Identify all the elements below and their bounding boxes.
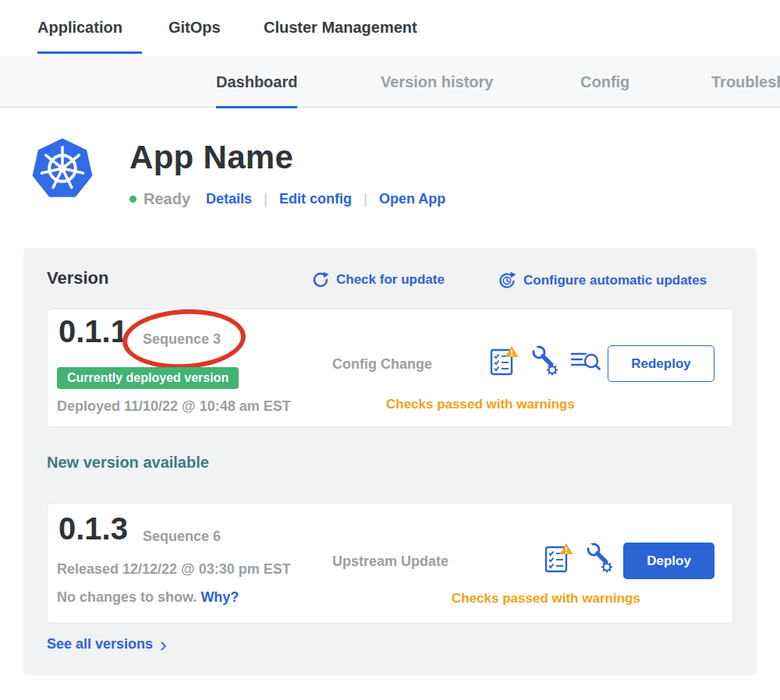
status-dot-icon: [129, 196, 136, 203]
edit-config-link[interactable]: Edit config: [279, 191, 352, 207]
current-version-number: 0.1.1: [58, 314, 128, 349]
wrench-gear-icon[interactable]: [530, 344, 558, 378]
new-version-sequence: Sequence 6: [143, 529, 221, 545]
no-changes-label: No changes to show.: [57, 589, 197, 605]
app-status-row: Ready Details | Edit config | Open App: [129, 189, 445, 209]
tab-version-history[interactable]: Version history: [381, 56, 494, 108]
page: Application GitOps Cluster Management Da…: [0, 0, 780, 700]
change-type-label: Config Change: [332, 356, 432, 373]
separator: |: [264, 190, 268, 207]
app-nav: Dashboard Version history Config Trouble…: [0, 56, 780, 108]
version-action-icons: [489, 344, 601, 378]
no-changes-text: No changes to show. Why?: [57, 589, 239, 606]
separator: |: [363, 190, 367, 207]
chevron-right-icon: ›: [160, 638, 167, 652]
clock-refresh-icon: [498, 271, 516, 290]
configure-automatic-updates-label: Configure automatic updates: [523, 273, 707, 288]
change-type-label: Upstream Update: [332, 553, 448, 570]
current-version-sequence: Sequence 3: [143, 331, 221, 348]
released-date: Released 12/12/22 @ 03:30 pm EST: [57, 561, 291, 578]
why-link[interactable]: Why?: [200, 589, 239, 605]
primary-nav: Application GitOps Cluster Management: [0, 0, 780, 56]
checks-status-link[interactable]: Checks passed with warnings: [452, 591, 640, 606]
version-card: Version Check for update Configure autom…: [23, 248, 757, 675]
diff-magnifier-icon[interactable]: [570, 347, 601, 375]
preflight-checklist-icon[interactable]: [544, 543, 573, 574]
current-version-box: 0.1.1 Sequence 3 Currently deployed vers…: [47, 309, 733, 427]
status-text: Ready: [144, 190, 190, 208]
tab-cluster-management[interactable]: Cluster Management: [264, 0, 417, 55]
tab-gitops[interactable]: GitOps: [168, 0, 221, 55]
check-for-update-link[interactable]: Check for update: [312, 271, 445, 288]
kubernetes-logo-icon: [31, 137, 94, 200]
tab-troubleshoot[interactable]: Troubleshoot: [711, 56, 780, 108]
new-version-box: 0.1.3 Sequence 6 Released 12/12/22 @ 03:…: [47, 503, 733, 624]
tab-dashboard[interactable]: Dashboard: [216, 56, 297, 108]
deployed-date: Deployed 11/10/22 @ 10:48 am EST: [57, 398, 291, 415]
version-action-icons: [544, 541, 613, 575]
wrench-gear-icon[interactable]: [585, 541, 613, 575]
currently-deployed-badge: Currently deployed version: [57, 367, 239, 389]
check-for-update-label: Check for update: [336, 272, 445, 288]
checks-status-link[interactable]: Checks passed with warnings: [386, 397, 575, 412]
app-title: App Name: [129, 139, 293, 176]
redeploy-button[interactable]: Redeploy: [608, 345, 714, 382]
tab-application[interactable]: Application: [37, 0, 122, 55]
deploy-button[interactable]: Deploy: [623, 543, 714, 579]
details-link[interactable]: Details: [206, 191, 252, 207]
new-version-heading: New version available: [47, 454, 209, 472]
version-card-title: Version: [47, 268, 108, 288]
configure-automatic-updates-link[interactable]: Configure automatic updates: [498, 271, 707, 290]
see-all-versions-link[interactable]: See all versions ›: [47, 636, 167, 652]
open-app-link[interactable]: Open App: [379, 191, 445, 207]
refresh-icon: [312, 271, 329, 288]
preflight-checklist-icon[interactable]: [489, 345, 519, 377]
see-all-versions-label: See all versions: [47, 636, 153, 652]
tab-config[interactable]: Config: [580, 56, 629, 108]
new-version-number: 0.1.3: [58, 511, 128, 546]
